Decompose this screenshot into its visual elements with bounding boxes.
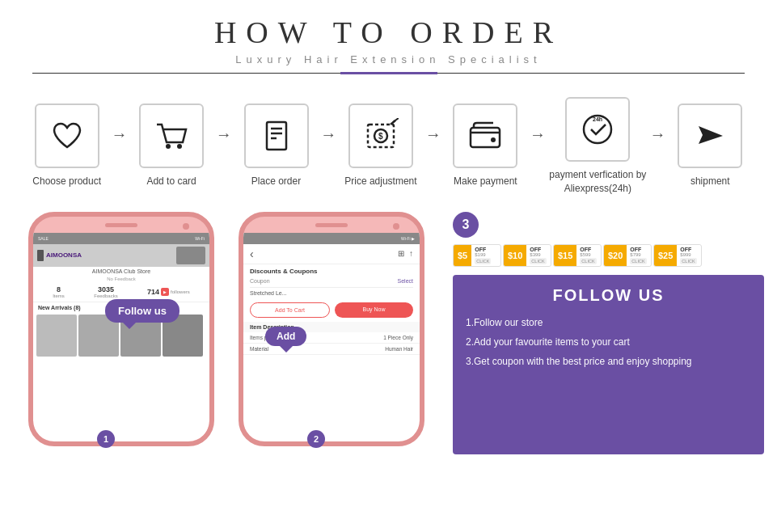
arrow-2: → <box>216 125 232 167</box>
follow-box: FOLLOW US 1.Follow our store 2.Add your … <box>453 275 764 454</box>
add-bubble[interactable]: Add <box>265 327 306 346</box>
phones-area: SALE Wi-Fi AIMOONSA AIMOONSA Club Store <box>0 204 453 462</box>
svg-point-12 <box>491 137 496 142</box>
stretched-label: Stretched Le... <box>243 288 420 298</box>
step-icon-doc <box>244 103 309 168</box>
coupon-1: $5 OFF $199 CLICK <box>453 244 501 267</box>
desc-row2-value: Human Hair <box>385 346 413 352</box>
feedbacks-count: 3035 <box>94 285 117 293</box>
step-icon-check24: 24h <box>565 97 630 162</box>
step-icon-heart <box>35 103 99 168</box>
items-label: Items <box>53 293 65 298</box>
step-make-payment: Make payment <box>443 103 528 188</box>
svg-point-1 <box>177 144 182 149</box>
select-label: Select <box>398 278 413 284</box>
phone1-screen: SALE Wi-Fi AIMOONSA AIMOONSA Club Store <box>33 233 209 441</box>
step-label-price-adjustment: Price adjustment <box>344 175 416 188</box>
step-choose-product: Choose product <box>24 103 109 188</box>
step-label-payment-verification: payment verfication by Aliexpress(24h) <box>547 168 648 196</box>
coupon-3: $15 OFF $599 CLICK <box>553 244 602 267</box>
arrow-3: → <box>320 125 336 167</box>
step-shipment: shipment <box>668 103 753 188</box>
page-title: HOW TO ORDER <box>0 15 777 50</box>
header-divider <box>32 72 745 74</box>
arrow-6: → <box>650 125 666 167</box>
step-place-order: Place order <box>234 103 319 188</box>
buy-now-btn[interactable]: Buy Now <box>335 302 413 318</box>
svg-text:24h: 24h <box>593 116 602 122</box>
page-header: HOW TO ORDER Luxury Hair Extension Speci… <box>0 0 777 81</box>
step-icon-price: $ <box>348 103 413 168</box>
step-add-to-cart: Add to card <box>129 103 213 188</box>
step-price-adjustment: $ Price adjustment <box>338 103 423 188</box>
follow-us-bubble[interactable]: Follow us <box>105 299 179 323</box>
phone2-badge: 2 <box>307 430 325 448</box>
svg-rect-11 <box>471 128 500 147</box>
svg-rect-2 <box>267 122 286 150</box>
coupon-label: Coupon <box>250 278 270 284</box>
step-label-add-to-cart: Add to card <box>146 175 196 188</box>
follow-items: 1.Follow our store 2.Add your favourite … <box>466 313 751 371</box>
follow-title: FOLLOW US <box>466 286 751 305</box>
right-section: 3 $5 OFF $199 CLICK $10 OFF $399 CLICK <box>453 204 777 462</box>
step-icon-plane <box>678 103 742 168</box>
step-icon-wallet <box>453 103 517 168</box>
phone2-wrapper: Wi-Fi ▶ ‹ ⊞ ↑ Discounts & Coupons Coupon… <box>226 204 437 462</box>
items-count: 8 <box>53 285 65 293</box>
page-subtitle: Luxury Hair Extension Specialist <box>0 53 777 65</box>
follow-item-3: 3.Get coupon with the best price and enj… <box>466 352 751 371</box>
coupon-4: $20 OFF $799 CLICK <box>603 244 652 267</box>
feedbacks-label: Feedbacks <box>94 293 117 298</box>
follow-item-2: 2.Add your favourite items to your cart <box>466 332 751 352</box>
step-label-shipment: shipment <box>690 175 730 188</box>
phone1-badge: 1 <box>97 430 115 448</box>
svg-line-10 <box>393 118 399 122</box>
step-payment-verification: 24h payment verfication by Aliexpress(24… <box>547 97 648 196</box>
arrow-1: → <box>111 125 127 167</box>
phone1-wrapper: SALE Wi-Fi AIMOONSA AIMOONSA Club Store <box>16 204 226 462</box>
desc-row1-value: 1 Piece Only <box>383 335 413 340</box>
step-icon-cart <box>139 103 204 168</box>
followers-count: 714 <box>147 288 159 296</box>
arrow-5: → <box>530 125 546 167</box>
step-label-place-order: Place order <box>251 175 301 188</box>
no-feedback: No Feedback <box>33 276 209 282</box>
add-to-cart-btn[interactable]: Add To Cart <box>250 302 330 318</box>
arrow-4: → <box>425 125 441 167</box>
svg-point-0 <box>166 144 171 149</box>
svg-text:$: $ <box>378 132 383 141</box>
followers-label: followers <box>171 289 190 294</box>
desc-row2-label: Material <box>250 346 268 352</box>
coupon-2: $10 OFF $399 CLICK <box>503 244 551 267</box>
phone2: Wi-Fi ▶ ‹ ⊞ ↑ Discounts & Coupons Coupon… <box>239 212 424 446</box>
phone1: SALE Wi-Fi AIMOONSA AIMOONSA Club Store <box>28 212 214 446</box>
follow-item-1: 1.Follow our store <box>466 313 751 332</box>
step3-badge: 3 <box>453 212 479 238</box>
bottom-section: SALE Wi-Fi AIMOONSA AIMOONSA Club Store <box>0 204 777 462</box>
discounts-title: Discounts & Coupons <box>243 264 420 277</box>
coupon-5: $25 OFF $999 CLICK <box>653 244 702 267</box>
store-name: AIMOONSA <box>46 251 174 259</box>
step-label-choose-product: Choose product <box>32 175 101 188</box>
step-label-make-payment: Make payment <box>454 175 517 188</box>
steps-row: Choose product → Add to card → Place ord… <box>0 81 777 204</box>
coupon-strip: $5 OFF $199 CLICK $10 OFF $399 CLICK $15 <box>453 244 764 267</box>
store-sub: AIMOONSA Club Store <box>33 267 209 276</box>
